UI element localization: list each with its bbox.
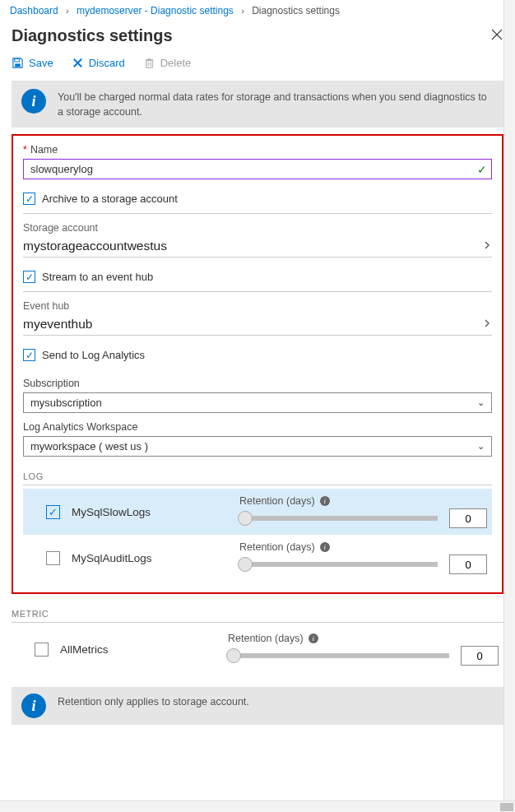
info-icon: i [21,694,46,718]
svg-rect-2 [15,58,20,62]
delete-button: Delete [143,57,192,69]
retention-slider[interactable] [239,516,438,521]
chevron-down-icon: ⌄ [477,441,485,452]
horizontal-scrollbar[interactable] [0,800,515,812]
workspace-label: Log Analytics Workspace [23,421,492,433]
name-input[interactable] [23,159,492,179]
delete-icon [143,57,155,69]
breadcrumb-parent[interactable]: mydemoserver - Diagnostic settings [77,5,234,16]
vertical-scrollbar[interactable] [503,0,515,800]
metric-section-header: METRIC [12,609,503,619]
name-label: *Name [23,144,492,155]
archive-checkbox[interactable] [23,193,35,205]
retention-input[interactable] [461,646,499,666]
chevron-right-icon: › [66,6,69,16]
info-icon[interactable]: i [320,542,330,552]
highlighted-config-area: *Name ✓ Archive to a storage account Sto… [12,134,503,594]
chevron-right-icon [482,318,492,331]
log-section-header: LOG [23,471,492,481]
toolbar: Save Discard Delete [0,53,515,81]
svg-rect-3 [15,63,21,67]
page-title: Diagnostics settings [12,26,173,45]
close-button[interactable] [490,28,503,44]
chevron-down-icon: ⌄ [477,397,485,408]
breadcrumb-root[interactable]: Dashboard [10,5,58,16]
chevron-right-icon: › [241,6,244,16]
workspace-dropdown[interactable]: myworkspace ( west us ) ⌄ [23,436,492,457]
svg-rect-6 [146,61,152,67]
subscription-label: Subscription [23,378,492,389]
log-item-checkbox[interactable] [46,551,60,565]
chevron-right-icon [482,240,492,253]
log-item-mysqlauditlogs: MySqlAuditLogs Retention (days)i [23,535,492,581]
discard-icon [72,57,84,69]
breadcrumb: Dashboard › mydemoserver - Diagnostic se… [0,0,515,21]
archive-label: Archive to a storage account [42,193,178,205]
log-analytics-checkbox[interactable] [23,349,35,361]
retention-slider[interactable] [239,562,438,567]
eventhub-checkbox[interactable] [23,271,35,283]
storage-account-selector[interactable]: Storage account mystorageaccountwestus [23,214,492,258]
retention-slider[interactable] [228,653,449,658]
log-item-mysqlslowlogs: MySqlSlowLogs Retention (days)i [23,489,492,535]
info-icon[interactable]: i [309,633,318,643]
log-analytics-label: Send to Log Analytics [42,349,145,361]
info-icon[interactable]: i [320,496,330,506]
metric-item-allmetrics: AllMetrics Retention (days)i [12,626,503,672]
info-banner-charges: i You'll be charged normal data rates fo… [12,81,503,128]
metric-item-checkbox[interactable] [35,643,49,657]
retention-input[interactable] [449,554,487,574]
retention-input[interactable] [449,508,487,528]
event-hub-selector[interactable]: Event hub myeventhub [23,292,492,336]
save-icon [12,57,24,69]
log-item-checkbox[interactable] [46,505,60,519]
subscription-dropdown[interactable]: mysubscription ⌄ [23,392,492,413]
validation-check-icon: ✓ [477,163,487,176]
breadcrumb-current: Diagnostics settings [252,5,340,16]
eventhub-label: Stream to an event hub [42,271,153,283]
info-banner-retention: i Retention only applies to storage acco… [12,687,503,725]
save-button[interactable]: Save [12,57,53,69]
info-icon: i [21,89,46,114]
discard-button[interactable]: Discard [72,57,125,69]
